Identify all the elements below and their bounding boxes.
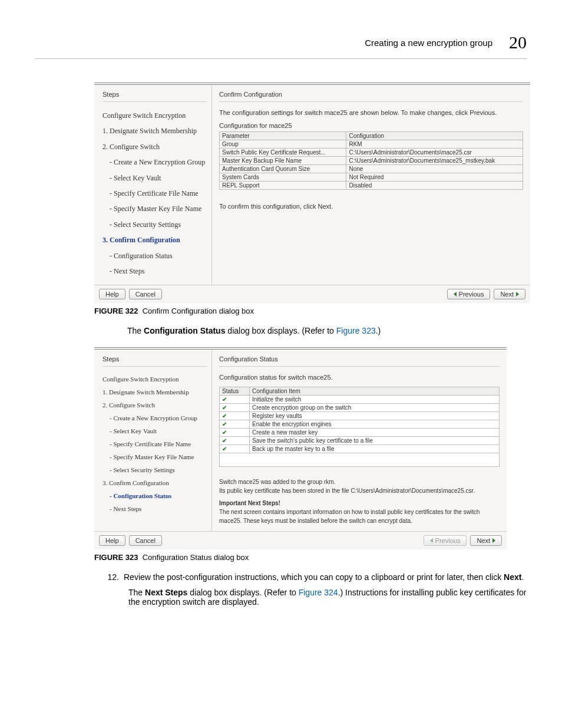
status-item: Create encryption group on the switch	[250, 404, 500, 412]
step-2-sub[interactable]: - Select Key Vault	[110, 424, 207, 437]
check-icon: ✔	[220, 429, 250, 437]
step-3-active[interactable]: 3. Confirm Configuration	[103, 232, 207, 248]
step-heading: Configure Switch Encryption	[103, 108, 207, 123]
step-3-sub[interactable]: - Next Steps	[110, 263, 207, 279]
panel-title: Confirm Configuration	[219, 91, 523, 98]
step-1[interactable]: 1. Designate Switch Membership	[103, 386, 207, 398]
wizard-steps-panel: Steps Configure Switch Encryption 1. Des…	[94, 85, 212, 285]
configuration-status-dialog: Steps Configure Switch Encryption 1. Des…	[94, 347, 507, 549]
status-message: Switch mace25 was added to the group rkm…	[219, 477, 500, 525]
status-table: StatusConfiguration Item ✔Initialize the…	[219, 387, 500, 467]
cell: Group	[220, 140, 346, 149]
status-item: Initialize the switch	[250, 396, 500, 404]
help-button[interactable]: Help	[99, 535, 125, 546]
step-3-sub[interactable]: - Next Steps	[110, 502, 207, 515]
figure-322-caption: FIGURE 322 Confirm Configuration dialog …	[94, 307, 527, 315]
next-label: Next	[500, 291, 514, 298]
check-icon: ✔	[220, 412, 250, 420]
cell: None	[346, 165, 523, 173]
step-heading: Configure Switch Encryption	[103, 373, 207, 386]
figure-324-link[interactable]: Figure 324	[299, 588, 338, 597]
chapter-number: 20	[509, 32, 527, 52]
cell: Disabled	[346, 182, 523, 190]
cell: Switch Public Key Certificate Request...	[220, 149, 346, 157]
status-item: Back up the master key to a file	[250, 445, 500, 453]
figure-label: FIGURE 323	[94, 553, 138, 562]
confirm-configuration-dialog: Steps Configure Switch Encryption 1. Des…	[94, 83, 530, 303]
panel-description: Configuration status for switch mace25.	[219, 374, 500, 381]
previous-label: Previous	[459, 291, 484, 298]
cancel-button[interactable]: Cancel	[129, 535, 162, 546]
step-3[interactable]: 3. Confirm Configuration	[103, 476, 207, 489]
step-2-sub[interactable]: - Create a New Encryption Group	[110, 411, 207, 424]
step-3-sub[interactable]: - Configuration Status	[110, 248, 207, 263]
figure-label: FIGURE 322	[94, 307, 138, 315]
step-2-sub[interactable]: - Specify Certificate File Name	[110, 186, 207, 201]
step-1[interactable]: 1. Designate Switch Membership	[103, 123, 207, 139]
previous-button[interactable]: Previous	[424, 535, 467, 546]
col-status: Status	[220, 387, 250, 396]
step-2[interactable]: 2. Configure Switch	[103, 139, 207, 154]
cell: Master Key Backup File Name	[220, 157, 346, 165]
header-divider	[35, 58, 527, 59]
panel-title: Configuration Status	[219, 355, 500, 363]
step-3-sub-active[interactable]: - Configuration Status	[110, 489, 207, 502]
body-paragraph: The Configuration Status dialog box disp…	[127, 326, 527, 335]
check-icon: ✔	[220, 445, 250, 453]
step-2-sub[interactable]: - Specify Master Key File Name	[110, 201, 207, 216]
step-2[interactable]: 2. Configure Switch	[103, 398, 207, 411]
figure-text: Configuration Status dialog box	[143, 553, 249, 562]
chevron-left-icon	[430, 538, 433, 543]
cell: System Cards	[220, 173, 346, 182]
cell: Authentication Card Quorum Size	[220, 165, 346, 173]
numbered-step-12: 12. Review the post-configuration instru…	[107, 572, 527, 582]
figure-text: Confirm Configuration dialog box	[143, 307, 254, 315]
steps-header: Steps	[103, 355, 207, 363]
check-icon: ✔	[220, 396, 250, 404]
help-button[interactable]: Help	[99, 289, 125, 299]
check-icon: ✔	[220, 420, 250, 429]
confirm-instruction: To confirm this configuration, click Nex…	[219, 203, 523, 210]
cell: C:\Users\Administrator\Documents\mace25_…	[346, 157, 523, 165]
panel-description: The configuration settings for switch ma…	[219, 109, 523, 116]
step-2-sub[interactable]: - Create a New Encryption Group	[110, 154, 207, 170]
previous-label: Previous	[435, 537, 461, 544]
next-button[interactable]: Next	[494, 289, 525, 299]
chevron-right-icon	[492, 538, 495, 543]
step-number: 12.	[107, 572, 124, 582]
figure-323-link[interactable]: Figure 323	[336, 326, 376, 335]
chevron-right-icon	[516, 292, 519, 297]
cell: REPL Support	[220, 182, 346, 190]
col-parameter: Parameter	[220, 132, 346, 140]
step-2-sub[interactable]: - Select Security Settings	[110, 463, 207, 476]
cancel-button[interactable]: Cancel	[129, 289, 162, 299]
next-label: Next	[477, 537, 490, 544]
col-item: Configuration Item	[250, 387, 500, 396]
col-configuration: Configuration	[346, 132, 523, 140]
check-icon: ✔	[220, 437, 250, 445]
step-2-sub[interactable]: - Select Key Vault	[110, 170, 207, 186]
section-title: Creating a new encryption group	[365, 38, 492, 48]
previous-button[interactable]: Previous	[447, 289, 491, 299]
cell: Not Required	[346, 173, 523, 182]
status-item: Save the switch's public key certificate…	[250, 437, 500, 445]
check-icon: ✔	[220, 404, 250, 412]
status-item: Create a new master key	[250, 429, 500, 437]
step-2-sub[interactable]: - Specify Master Key File Name	[110, 450, 207, 463]
steps-header: Steps	[103, 91, 207, 98]
step-2-sub[interactable]: - Select Security Settings	[110, 217, 207, 232]
status-item: Enable the encryption engines	[250, 420, 500, 429]
figure-323-caption: FIGURE 323 Configuration Status dialog b…	[94, 553, 527, 562]
step-12-followup: The Next Steps dialog box displays. (Ref…	[128, 588, 527, 607]
next-button[interactable]: Next	[470, 535, 502, 546]
step-2-sub[interactable]: - Specify Certificate File Name	[110, 437, 207, 450]
cell: RKM	[346, 140, 523, 149]
configuration-table: ParameterConfiguration GroupRKM Switch P…	[219, 131, 523, 190]
cell: C:\Users\Administrator\Documents\mace25.…	[346, 149, 523, 157]
config-subheader: Configuration for mace25	[219, 122, 523, 129]
wizard-steps-panel: Steps Configure Switch Encryption 1. Des…	[94, 350, 212, 531]
status-item: Register key vaults	[250, 412, 500, 420]
chevron-left-icon	[454, 292, 457, 297]
